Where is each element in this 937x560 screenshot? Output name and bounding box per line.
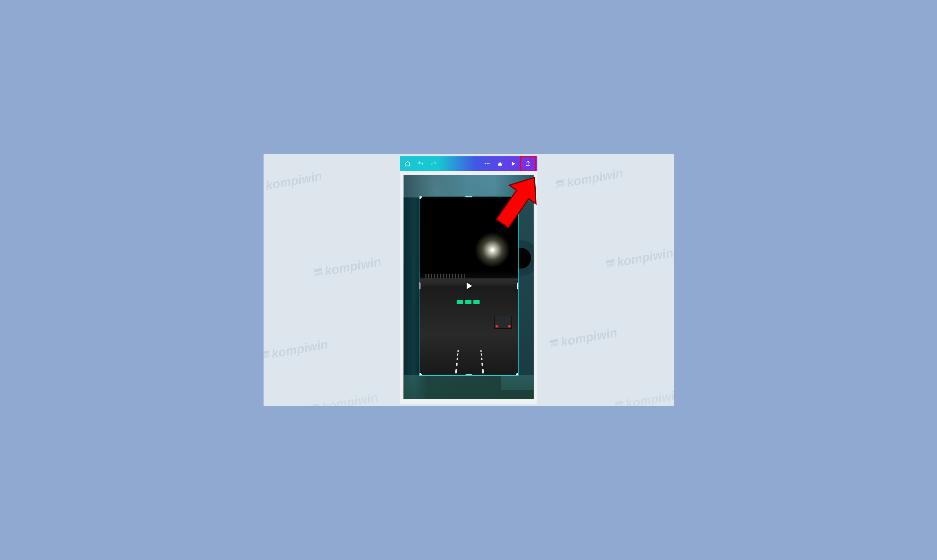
watermark: kompiwin: [263, 337, 329, 363]
redo-button[interactable]: [427, 157, 440, 170]
play-icon: [464, 281, 474, 291]
svg-point-2: [488, 163, 489, 164]
watermark: kompiwin: [555, 166, 624, 191]
watermark: kompiwin: [263, 169, 323, 194]
redo-icon: [430, 160, 437, 167]
watermark: kompiwin: [549, 325, 618, 351]
editor-app: [400, 156, 537, 404]
more-button[interactable]: [480, 157, 494, 170]
canvas-background[interactable]: [403, 175, 534, 399]
watermark: kompiwin: [614, 387, 674, 406]
selected-video-element[interactable]: [419, 196, 519, 376]
undo-button[interactable]: [414, 157, 427, 170]
svg-point-1: [486, 163, 488, 164]
home-icon: [404, 160, 411, 167]
watermark: kompiwin: [605, 246, 674, 271]
resize-handle-right[interactable]: [517, 282, 519, 289]
export-icon: [525, 160, 531, 167]
top-toolbar: [400, 156, 537, 171]
premium-button[interactable]: [494, 157, 506, 170]
export-button[interactable]: [522, 157, 534, 170]
resize-handle-bottom[interactable]: [465, 374, 472, 376]
watermark: kompiwin: [310, 390, 379, 406]
resize-handle-bottom-right[interactable]: [515, 373, 519, 376]
resize-handle-left[interactable]: [419, 282, 420, 289]
preview-play-button[interactable]: [506, 157, 519, 170]
play-icon: [510, 160, 516, 167]
design-canvas[interactable]: [400, 171, 537, 404]
undo-icon: [417, 160, 424, 167]
export-highlight-box: [520, 156, 536, 172]
home-button[interactable]: [401, 157, 414, 170]
video-play-overlay[interactable]: [464, 281, 474, 291]
more-icon: [484, 160, 490, 167]
watermark: kompiwin: [313, 254, 382, 280]
crown-icon: [497, 160, 503, 167]
resize-handle-top[interactable]: [465, 196, 472, 197]
svg-point-0: [485, 163, 486, 164]
screenshot-frame: kompiwin kompiwin kompiwin kompiwin komp…: [263, 154, 674, 406]
